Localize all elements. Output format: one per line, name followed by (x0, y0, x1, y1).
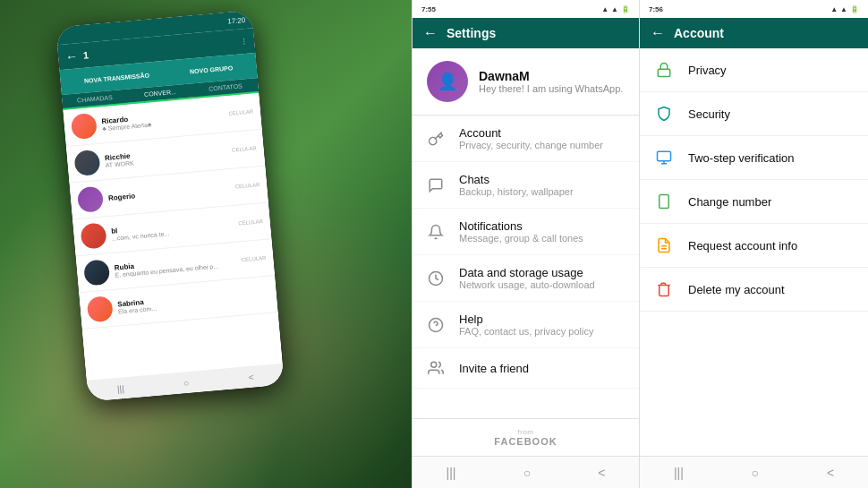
settings-item-title: Data and storage usage (459, 266, 625, 279)
data-icon (427, 270, 445, 287)
settings-item-subtitle: Backup, history, wallpaper (459, 186, 625, 197)
chat-info: Rogerio (108, 184, 231, 202)
settings-item-subtitle: FAQ, contact us, privacy policy (459, 326, 625, 337)
invite-icon (427, 359, 445, 377)
svg-rect-4 (658, 69, 670, 76)
settings-item-data-text: Data and storage usage Network usage, au… (459, 266, 625, 290)
account-status-icons: ▲ ▲ 🔋 (830, 5, 859, 13)
nav-back-icon[interactable]: < (827, 466, 834, 480)
account-item-two-step[interactable]: Two-step verification (640, 136, 868, 180)
account-list: Privacy Security Two-step verification (640, 48, 868, 456)
account-time: 7:56 (649, 5, 663, 13)
signal-icon: ▲ (830, 5, 838, 13)
notifications-icon (427, 223, 445, 241)
account-item-label: Two-step verification (688, 151, 795, 165)
settings-item-account-text: Account Privacy, security, change number (459, 126, 625, 150)
signal-icon: ▲ (601, 5, 608, 13)
account-item-request-info[interactable]: Request account info (640, 224, 868, 268)
footer-from: from (421, 428, 630, 436)
settings-header: ← Settings (413, 18, 639, 48)
novo-grupo-btn[interactable]: NOVO GRUPO (190, 64, 234, 74)
phone-panel: 17:20 ← 1 ⋮ NOVA TRANSMISSÃO NOVO GRUPO … (0, 0, 412, 488)
settings-item-account[interactable]: Account Privacy, security, change number (413, 116, 639, 162)
avatar (80, 222, 106, 249)
settings-item-chats[interactable]: Chats Backup, history, wallpaper (413, 162, 639, 209)
phone-time: 17:20 (227, 15, 246, 25)
account-item-change-number[interactable]: Change number (640, 180, 868, 224)
two-step-icon (654, 148, 674, 167)
settings-item-notifications[interactable]: Notifications Message, group & call tone… (413, 209, 639, 255)
settings-item-invite-text: Invite a friend (459, 362, 625, 375)
account-item-label: Request account info (688, 239, 797, 253)
chat-meta: CELULAR (238, 218, 263, 226)
settings-item-subtitle: Network usage, auto-download (459, 279, 625, 290)
phone-back[interactable]: ← (64, 48, 78, 64)
svg-point-3 (431, 362, 437, 367)
account-nav-bar: ||| ○ < (640, 456, 868, 488)
account-header: ← Account (640, 18, 868, 48)
settings-status-bar: 7:55 ▲ ▲ 🔋 (413, 0, 639, 18)
settings-item-title: Chats (459, 173, 625, 186)
account-back-button[interactable]: ← (651, 25, 665, 41)
settings-footer: from FACEBOOK (413, 418, 639, 456)
settings-back-button[interactable]: ← (423, 25, 438, 41)
settings-item-invite[interactable]: Invite a friend (413, 348, 639, 389)
account-item-privacy[interactable]: Privacy (640, 48, 868, 92)
phone-header-icons: ⋮ (240, 37, 248, 46)
account-icon (427, 130, 445, 148)
avatar (83, 259, 110, 286)
settings-item-title: Notifications (459, 219, 625, 233)
settings-item-help[interactable]: Help FAQ, contact us, privacy policy (413, 302, 639, 348)
settings-title: Settings (447, 26, 496, 40)
avatar (71, 113, 98, 140)
chat-meta: CELULAR (228, 108, 253, 116)
nav-home-icon[interactable]: ○ (523, 466, 531, 480)
battery-icon: 🔋 (850, 5, 859, 13)
request-info-icon (654, 235, 674, 255)
nav-menu-icon[interactable]: ||| (116, 383, 124, 394)
avatar-icon: 👤 (438, 72, 457, 91)
avatar (77, 186, 104, 213)
settings-list: Account Privacy, security, change number… (413, 116, 639, 418)
chat-info: Rubia E, enquanto eu pensava, eu olhei p… (114, 253, 236, 278)
account-item-label: Privacy (688, 64, 727, 77)
help-icon (427, 316, 445, 334)
profile-avatar: 👤 (427, 61, 468, 102)
chat-name: Rogerio (108, 184, 231, 202)
security-icon (654, 104, 674, 124)
change-number-icon (654, 192, 674, 211)
account-item-delete[interactable]: Delete my account (640, 268, 868, 312)
delete-icon (654, 279, 674, 299)
account-panel: 7:56 ▲ ▲ 🔋 ← Account Privacy (640, 0, 868, 488)
profile-status: Hey there! I am using WhatsApp. (479, 83, 623, 94)
nav-home-icon[interactable]: ○ (752, 466, 759, 480)
avatar (73, 150, 100, 176)
nav-back-icon[interactable]: < (248, 372, 254, 381)
settings-time: 7:55 (421, 5, 436, 13)
chat-info: bl ...com, vc nunca te... (111, 217, 234, 242)
chat-meta: CELULAR (242, 255, 267, 262)
profile-name: DawnaM (479, 69, 623, 83)
account-status-bar: 7:56 ▲ ▲ 🔋 (640, 0, 868, 18)
account-item-label: Change number (688, 195, 771, 209)
avatar (87, 295, 114, 322)
chats-icon (427, 176, 445, 194)
nav-back-icon[interactable]: < (598, 466, 605, 480)
profile-section[interactable]: 👤 DawnaM Hey there! I am using WhatsApp. (413, 48, 639, 116)
settings-item-title: Invite a friend (459, 362, 625, 375)
account-item-security[interactable]: Security (640, 92, 868, 136)
phone-screen: 17:20 ← 1 ⋮ NOVA TRANSMISSÃO NOVO GRUPO … (55, 10, 285, 402)
account-item-label: Security (688, 107, 730, 121)
nav-menu-icon[interactable]: ||| (674, 466, 684, 480)
nav-home-icon[interactable]: ○ (183, 377, 190, 387)
settings-item-data[interactable]: Data and storage usage Network usage, au… (413, 255, 639, 302)
nova-transmissao-btn[interactable]: NOVA TRANSMISSÃO (84, 72, 149, 83)
nav-menu-icon[interactable]: ||| (447, 466, 456, 480)
settings-item-chats-text: Chats Backup, history, wallpaper (459, 173, 625, 197)
wifi-icon: ▲ (840, 5, 847, 13)
settings-status-icons: ▲ ▲ 🔋 (601, 5, 630, 13)
profile-info: DawnaM Hey there! I am using WhatsApp. (479, 69, 623, 94)
settings-item-subtitle: Privacy, security, change number (459, 140, 625, 150)
settings-item-title: Account (459, 126, 625, 140)
chat-info: Sabrina Ela era com... (117, 287, 265, 314)
